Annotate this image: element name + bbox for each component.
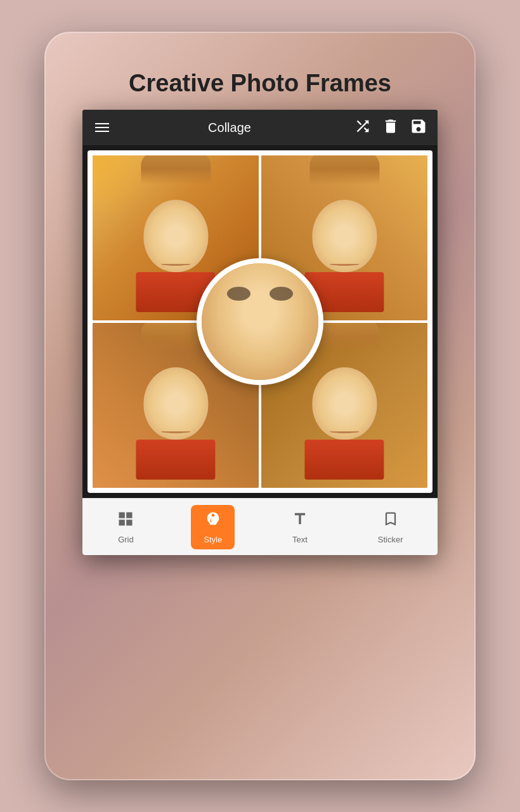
text-icon xyxy=(291,510,309,532)
smile-tl xyxy=(160,262,190,266)
tab-style-label: Style xyxy=(204,535,222,544)
hair-tr xyxy=(309,155,379,185)
text-icon-svg xyxy=(291,510,309,528)
bottom-tab-bar: Grid Style Text xyxy=(82,498,438,555)
toolbar: Collage xyxy=(82,110,438,145)
grid-icon xyxy=(117,510,134,532)
head-tl xyxy=(143,200,208,272)
toolbar-actions xyxy=(354,117,427,138)
sticker-icon-svg xyxy=(382,510,400,528)
shuffle-icon xyxy=(354,117,372,135)
collage-area xyxy=(88,150,432,493)
app-title: Creative Photo Frames xyxy=(63,70,457,97)
smile-tr xyxy=(329,262,359,266)
shuffle-button[interactable] xyxy=(354,117,372,138)
hair-tl xyxy=(141,155,211,185)
center-circle-photo[interactable] xyxy=(197,258,323,385)
style-icon-svg xyxy=(204,510,222,528)
phone-container: Creative Photo Frames Collage xyxy=(44,32,476,780)
title-bold: Photo Frames xyxy=(231,70,391,96)
tab-text[interactable]: Text xyxy=(278,505,322,549)
title-light: Creative xyxy=(129,70,231,96)
head-bl xyxy=(143,367,208,440)
tab-sticker[interactable]: Sticker xyxy=(365,505,416,549)
tab-sticker-label: Sticker xyxy=(378,535,403,544)
tab-style[interactable]: Style xyxy=(191,505,235,549)
grid-icon-svg xyxy=(117,510,134,528)
save-button[interactable] xyxy=(410,117,427,138)
toolbar-title: Collage xyxy=(105,121,354,135)
tab-grid[interactable]: Grid xyxy=(104,505,147,549)
body-br xyxy=(304,440,384,479)
sticker-icon xyxy=(382,510,400,532)
tab-text-label: Text xyxy=(292,535,308,544)
style-icon xyxy=(204,510,222,532)
head-br xyxy=(312,367,377,440)
delete-button[interactable] xyxy=(382,117,400,138)
tab-grid-label: Grid xyxy=(118,535,134,544)
delete-icon xyxy=(382,117,400,135)
center-face xyxy=(202,263,318,380)
smile-bl xyxy=(160,429,190,433)
smile-br xyxy=(329,429,359,433)
head-tr xyxy=(312,200,377,272)
body-bl xyxy=(136,440,216,479)
app-screen: Collage xyxy=(82,110,438,555)
save-icon xyxy=(410,117,427,135)
